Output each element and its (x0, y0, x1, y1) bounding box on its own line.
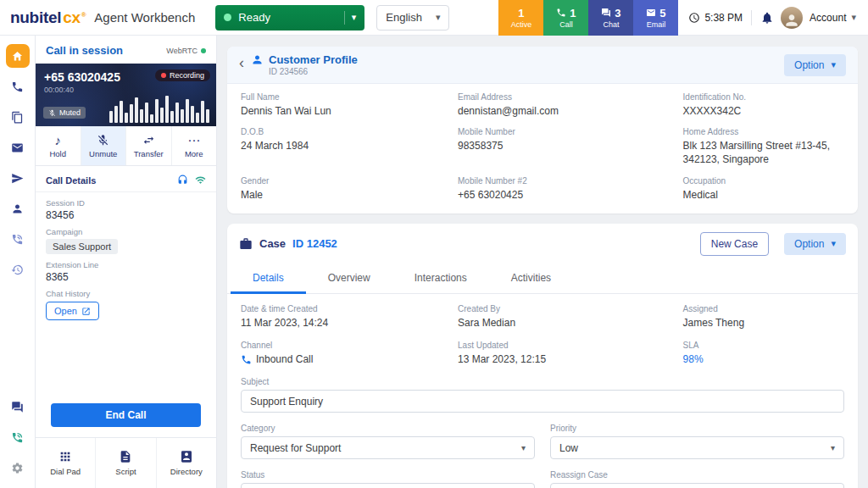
notifications-bell-icon[interactable] (760, 11, 774, 25)
registered-mark: ® (81, 11, 86, 19)
subject-input[interactable] (241, 390, 844, 413)
directory-tab[interactable]: Directory (157, 438, 216, 488)
session-id-label: Session ID (46, 198, 206, 208)
chat-history-open-button[interactable]: Open (46, 302, 99, 320)
unmute-label: Unmute (89, 149, 117, 158)
category-group: Category Request for Support ▾ (241, 424, 535, 459)
hold-button[interactable]: ♪ Hold (36, 126, 81, 165)
tab-details[interactable]: Details (231, 264, 306, 294)
copy-icon (11, 111, 24, 124)
wifi-icon (195, 175, 206, 186)
external-link-icon (81, 307, 91, 316)
category-priority-row: Category Request for Support ▾ Priority … (241, 424, 844, 459)
sidebar-item-history[interactable] (6, 258, 30, 281)
more-button[interactable]: ⋯ More (172, 126, 217, 165)
sidebar-item-calls[interactable] (6, 75, 30, 98)
account-menu[interactable]: Account ▾ (810, 12, 856, 24)
field-assigned: AssignedJames Theng (683, 304, 844, 330)
chat-history-group: Chat History Open (36, 283, 216, 320)
sidebar-item-internal-chat[interactable] (6, 395, 30, 419)
status-select[interactable]: Open ▾ (241, 483, 535, 488)
status-reassign-row: Status Open ▾ Reassign Case James Theng … (241, 470, 844, 488)
call-count: 1 (570, 7, 576, 19)
briefcase-icon (239, 237, 253, 251)
email-counter[interactable]: 5 Email (633, 0, 678, 36)
app-logo: nubitel cx ® (10, 8, 86, 27)
person-icon (251, 53, 264, 66)
status-group: Status Open ▾ (241, 470, 535, 488)
case-option-dropdown[interactable]: Option ▾ (784, 233, 846, 255)
clock-icon (688, 12, 700, 24)
directory-label: Directory (170, 467, 203, 476)
agent-status-dropdown[interactable]: Ready ▾ (215, 5, 364, 30)
email-icon (11, 141, 24, 154)
mic-off-icon (48, 109, 56, 117)
account-label: Account (810, 12, 846, 24)
call-counter[interactable]: 1 Call (543, 0, 588, 36)
call-session-panel: Call in session WebRTC +65 63020425 00:0… (36, 36, 217, 488)
sidebar-item-telegram[interactable] (6, 166, 30, 190)
call-timer: 00:00:40 (44, 86, 208, 94)
tab-overview[interactable]: Overview (306, 264, 392, 294)
person-icon (11, 202, 24, 215)
extension-group: Extension Line 8365 (36, 254, 216, 283)
phone-icon (556, 8, 566, 18)
sidebar-item-callback[interactable] (6, 227, 30, 251)
option-label: Option (794, 238, 824, 250)
phone-volume-icon (11, 431, 24, 444)
chevron-down-icon: ▾ (436, 13, 441, 22)
transfer-button[interactable]: Transfer (126, 126, 172, 165)
avatar[interactable] (781, 7, 803, 29)
subject-label: Subject (241, 377, 844, 386)
priority-select[interactable]: Low ▾ (550, 436, 844, 459)
category-select[interactable]: Request for Support ▾ (241, 436, 535, 459)
dial-pad-label: Dial Pad (50, 467, 81, 476)
chat-icon (601, 8, 611, 18)
tab-activities[interactable]: Activities (489, 264, 573, 294)
unmute-button[interactable]: Unmute (81, 126, 127, 165)
divider (344, 11, 345, 25)
profile-option-dropdown[interactable]: Option ▾ (784, 54, 846, 76)
dial-pad-tab[interactable]: Dial Pad (36, 438, 96, 488)
end-call-button[interactable]: End Call (51, 403, 201, 427)
case-id: ID 12452 (292, 237, 337, 250)
language-dropdown[interactable]: English ▾ (376, 5, 449, 30)
chat-counter[interactable]: 3 Chat (588, 0, 633, 36)
reassign-label: Reassign Case (550, 470, 844, 480)
customer-profile-fields: Full NameDennis Tan Wai Lun Email Addres… (227, 84, 858, 214)
email-count-label: Email (647, 20, 666, 29)
recording-label: Recording (170, 71, 204, 80)
back-chevron-icon[interactable]: ‹ (239, 55, 244, 70)
sidebar-item-email[interactable] (6, 136, 30, 159)
chat-history-label: Chat History (46, 289, 206, 298)
option-label: Option (794, 59, 824, 71)
directory-book-icon (180, 450, 193, 463)
field-home-address: Home AddressBlk 123 Marsilling Street #1… (683, 127, 844, 166)
reassign-select[interactable]: James Theng ▾ (550, 483, 844, 488)
priority-label: Priority (550, 424, 844, 433)
script-doc-icon (119, 450, 132, 463)
chat-bubbles-icon (11, 401, 24, 413)
panel-footer-tabs: Dial Pad Script Directory (36, 437, 216, 488)
subject-group: Subject (241, 377, 844, 413)
customer-id: ID 234566 (269, 67, 358, 76)
chevron-down-icon: ▾ (831, 444, 835, 452)
script-label: Script (115, 467, 136, 476)
sidebar-item-settings[interactable] (6, 456, 30, 480)
field-dob: D.O.B24 March 1984 (241, 127, 442, 166)
sidebar-item-voice[interactable] (6, 425, 30, 449)
webrtc-status: WebRTC (166, 47, 206, 55)
customer-profile-header: ‹ Customer Profile ID 234566 Option ▾ (227, 47, 858, 84)
tab-interactions[interactable]: Interactions (392, 264, 489, 294)
chat-count-label: Chat (603, 20, 619, 29)
script-tab[interactable]: Script (96, 438, 156, 488)
sidebar-item-home[interactable] (6, 44, 30, 68)
sidebar-item-contacts[interactable] (6, 197, 30, 220)
logo-text-primary: nubitel (10, 8, 61, 27)
headset-icon[interactable] (177, 175, 188, 186)
person-icon (783, 12, 800, 29)
active-sessions-counter[interactable]: 1 Active (498, 0, 543, 36)
new-case-button[interactable]: New Case (700, 232, 769, 256)
sidebar-item-chats[interactable] (6, 105, 30, 129)
call-controls: ♪ Hold Unmute Transfer ⋯ More (36, 126, 216, 166)
